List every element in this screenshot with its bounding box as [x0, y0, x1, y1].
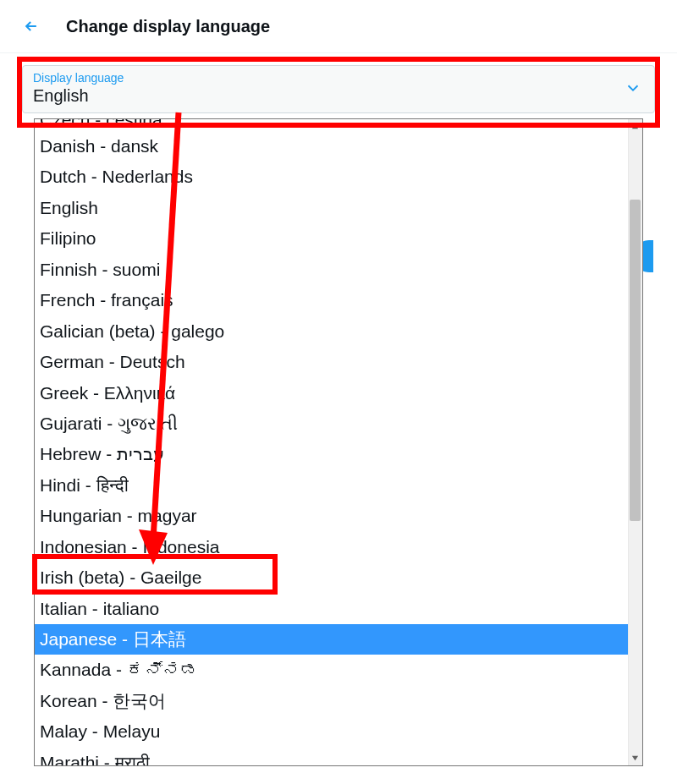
chevron-down-icon — [624, 79, 642, 101]
display-language-select[interactable]: Display language English — [22, 65, 655, 113]
select-label: Display language — [33, 71, 644, 85]
language-option[interactable]: Irish (beta) - Gaeilge — [35, 562, 642, 593]
language-option[interactable]: Indonesian - Indonesia — [35, 532, 642, 562]
language-option[interactable]: German - Deutsch — [35, 347, 642, 377]
language-option[interactable]: Hebrew - עברית — [35, 439, 642, 469]
language-option[interactable]: Kannada - ಕನ್ನಡ — [35, 655, 642, 685]
language-option[interactable]: Finnish - suomi — [35, 255, 642, 285]
language-option[interactable]: English — [35, 193, 642, 223]
language-option[interactable]: Greek - Ελληνικά — [35, 378, 642, 408]
page-title: Change display language — [66, 17, 270, 36]
scroll-down-button[interactable] — [628, 751, 642, 765]
back-arrow-icon — [23, 18, 40, 35]
language-option[interactable]: Marathi - मराठी — [35, 748, 642, 765]
language-option[interactable]: Italian - italiano — [35, 594, 642, 624]
scrollbar-track[interactable] — [628, 119, 642, 765]
back-button[interactable] — [17, 12, 46, 41]
select-value: English — [33, 86, 644, 106]
language-option[interactable]: Czech - čeština — [35, 119, 642, 131]
language-option[interactable]: Galician (beta) - galego — [35, 316, 642, 347]
language-option[interactable]: Gujarati - ગુજરાતી — [35, 408, 642, 439]
language-dropdown: Czech - čeština Danish - danskDutch - Ne… — [34, 118, 643, 766]
language-option[interactable]: Dutch - Nederlands — [35, 162, 642, 192]
language-option[interactable]: Filipino — [35, 223, 642, 254]
language-option[interactable]: Hungarian - magyar — [35, 501, 642, 531]
language-select-container: Display language English — [22, 65, 655, 113]
language-option[interactable]: Hindi - हिन्दी — [35, 470, 642, 501]
dropdown-list[interactable]: Czech - čeština Danish - danskDutch - Ne… — [35, 119, 642, 765]
scrollbar-thumb[interactable] — [630, 200, 641, 521]
language-option[interactable]: Danish - dansk — [35, 131, 642, 162]
language-option[interactable]: Malay - Melayu — [35, 716, 642, 747]
page-header: Change display language — [0, 0, 677, 53]
language-option[interactable]: Korean - 한국어 — [35, 686, 642, 716]
language-option[interactable]: Japanese - 日本語 — [35, 624, 642, 655]
scroll-up-button[interactable] — [628, 119, 642, 134]
language-option[interactable]: French - français — [35, 285, 642, 315]
